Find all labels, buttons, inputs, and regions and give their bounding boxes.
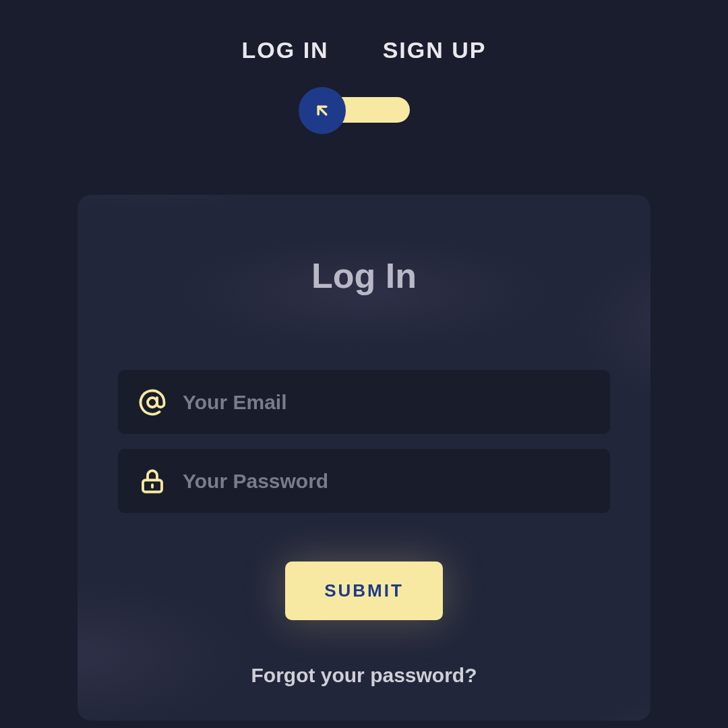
at-sign-icon: [138, 388, 166, 417]
mode-toggle: [0, 87, 728, 134]
submit-button[interactable]: SUBMIT: [285, 562, 443, 620]
toggle-track[interactable]: [319, 97, 410, 123]
tab-signup[interactable]: SIGN UP: [383, 37, 487, 63]
svg-point-1: [148, 398, 157, 407]
email-input[interactable]: [183, 391, 590, 414]
email-field-wrapper: [118, 370, 610, 434]
forgot-password-link[interactable]: Forgot your password?: [118, 664, 610, 687]
password-input[interactable]: [183, 470, 590, 493]
login-card: Log In SUBMIT Forgot your password?: [78, 195, 650, 721]
tab-login[interactable]: LOG IN: [242, 37, 329, 63]
auth-tabs: LOG IN SIGN UP: [0, 0, 728, 63]
arrow-up-left-icon: [313, 101, 332, 120]
lock-icon: [138, 467, 166, 495]
card-title: Log In: [118, 255, 610, 296]
password-field-wrapper: [118, 449, 610, 513]
toggle-knob[interactable]: [299, 87, 346, 134]
